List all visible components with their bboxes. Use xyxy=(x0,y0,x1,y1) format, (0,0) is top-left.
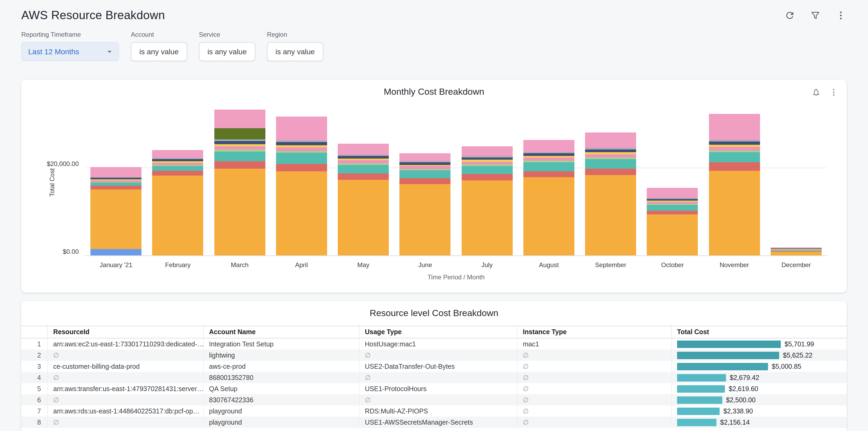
more-vert-icon[interactable] xyxy=(829,87,838,97)
cell-instance-type[interactable]: ∅ xyxy=(518,417,672,428)
cell-usage-type[interactable]: ∅ xyxy=(360,372,518,383)
cell-total-cost[interactable]: $2,338.90 xyxy=(672,405,847,417)
bar-segment-navy[interactable] xyxy=(585,150,636,152)
bar-segment-rose[interactable] xyxy=(709,114,760,140)
cell-instance-type[interactable]: ∅ xyxy=(518,405,672,417)
cell-account-name[interactable]: 830767422336 xyxy=(204,394,360,405)
cell-total-cost[interactable]: $2,500.00 xyxy=(672,394,847,405)
bar-segment-amber[interactable] xyxy=(461,180,513,255)
bar-segment-yellow[interactable] xyxy=(585,152,636,154)
filter-icon[interactable] xyxy=(809,9,821,21)
bar-segment-red[interactable] xyxy=(338,173,389,180)
cell-instance-type[interactable]: ∅ xyxy=(518,394,672,405)
bar-segment-yellow[interactable] xyxy=(338,159,389,160)
timeframe-dropdown[interactable]: Last 12 Months xyxy=(21,42,119,61)
cell-instance-type[interactable]: mac1 xyxy=(518,338,672,349)
bar-segment-rose[interactable] xyxy=(585,133,636,148)
stacked-bar[interactable] xyxy=(214,110,265,255)
cell-instance-type[interactable]: ∅ xyxy=(518,361,672,372)
bar-segment-mint[interactable] xyxy=(214,150,265,151)
bar-segment-red[interactable] xyxy=(523,171,575,177)
bar-segment-yellow[interactable] xyxy=(214,144,265,146)
cell-resource-id[interactable]: arn:aws:ec2:us-east-1:733017110293:dedic… xyxy=(48,338,204,349)
cell-usage-type[interactable]: ∅ xyxy=(360,349,518,361)
cell-instance-type[interactable]: ∅ xyxy=(518,372,672,383)
refresh-icon[interactable] xyxy=(784,9,796,21)
bar-segment-rose[interactable] xyxy=(523,140,575,152)
bar-segment-amber[interactable] xyxy=(585,175,636,255)
bar-segment-teal[interactable] xyxy=(709,152,760,162)
stacked-bar[interactable] xyxy=(400,153,451,255)
bar-segment-navy[interactable] xyxy=(461,157,513,160)
bar-segment-amber[interactable] xyxy=(771,252,822,255)
bar-segment-yellow[interactable] xyxy=(523,156,575,158)
cell-instance-type[interactable]: ∅ xyxy=(518,349,672,361)
bar-segment-pink[interactable] xyxy=(338,160,389,164)
stacked-bar[interactable] xyxy=(523,140,575,255)
cell-usage-type[interactable]: USE2-DataTransfer-Out-Bytes xyxy=(360,361,518,372)
bar-segment-amber[interactable] xyxy=(338,180,389,255)
column-header-instance-type[interactable]: Instance Type xyxy=(518,326,672,338)
bar-segment-red[interactable] xyxy=(585,168,636,175)
bar-segment-navy[interactable] xyxy=(276,142,327,145)
bar-segment-pink[interactable] xyxy=(709,147,760,151)
bar-segment-amber[interactable] xyxy=(709,171,760,255)
bar-segment-mint[interactable] xyxy=(276,151,327,153)
bar-segment-teal[interactable] xyxy=(214,151,265,161)
cell-resource-id[interactable]: ∅ xyxy=(48,349,204,361)
stacked-bar[interactable] xyxy=(709,114,760,255)
bar-segment-pink[interactable] xyxy=(647,202,698,204)
region-filter-button[interactable]: is any value xyxy=(267,42,323,61)
cell-account-name[interactable]: 868001352780 xyxy=(204,372,360,383)
cell-resource-id[interactable]: ∅ xyxy=(48,394,204,405)
bar-segment-pink[interactable] xyxy=(461,161,513,164)
stacked-bar[interactable] xyxy=(461,146,513,255)
bar-segment-amber[interactable] xyxy=(214,168,265,255)
cell-total-cost[interactable]: $2,619.60 xyxy=(672,383,847,394)
cell-resource-id[interactable]: ce-customer-billing-data-prod xyxy=(48,361,204,372)
more-vert-icon[interactable] xyxy=(835,9,847,21)
cell-total-cost[interactable]: $5,701.99 xyxy=(672,338,847,349)
service-filter-button[interactable]: is any value xyxy=(199,42,255,61)
cell-resource-id[interactable]: arn:aws:transfer:us-east-1:479370281431:… xyxy=(48,383,204,394)
bar-segment-red[interactable] xyxy=(152,171,204,176)
cell-total-cost[interactable]: $5,625.22 xyxy=(672,349,847,361)
cell-account-name[interactable]: aws-ce-prod xyxy=(204,361,360,372)
cell-total-cost[interactable]: $2,156.14 xyxy=(672,417,847,428)
bar-segment-amber[interactable] xyxy=(647,215,698,255)
bar-segment-red[interactable] xyxy=(276,164,327,171)
bar-segment-olive[interactable] xyxy=(214,128,265,140)
alert-bell-icon[interactable] xyxy=(811,87,821,97)
bar-segment-teal[interactable] xyxy=(276,153,327,164)
bar-segment-rose[interactable] xyxy=(214,110,265,128)
cell-account-name[interactable]: Integration Test Setup xyxy=(204,338,360,349)
bar-segment-mint[interactable] xyxy=(709,151,760,152)
column-header-account-name[interactable]: Account Name xyxy=(204,326,360,338)
bar-segment-amber[interactable] xyxy=(523,177,575,255)
bar-segment-rose[interactable] xyxy=(461,146,513,156)
account-filter-button[interactable]: is any value xyxy=(131,42,187,61)
cell-usage-type[interactable]: ∅ xyxy=(360,394,518,405)
cell-resource-id[interactable]: ∅ xyxy=(48,417,204,428)
bar-segment-amber[interactable] xyxy=(400,184,451,255)
bar-segment-pink[interactable] xyxy=(152,162,204,165)
bar-segment-navy[interactable] xyxy=(400,162,451,165)
bar-segment-red[interactable] xyxy=(647,211,698,215)
bar-segment-red[interactable] xyxy=(400,178,451,184)
cell-account-name[interactable]: playground xyxy=(204,417,360,428)
column-header-total-cost[interactable]: Total Cost xyxy=(672,326,847,338)
cell-account-name[interactable]: QA Setup xyxy=(204,383,360,394)
stacked-bar[interactable] xyxy=(90,167,142,255)
bar-segment-teal[interactable] xyxy=(90,183,142,186)
column-header-resource-id[interactable]: ResourceId xyxy=(48,326,204,338)
bar-segment-navy[interactable] xyxy=(709,142,760,145)
bar-segment-amber[interactable] xyxy=(152,176,204,255)
cell-total-cost[interactable]: $2,679.42 xyxy=(672,372,847,383)
bar-segment-navy[interactable] xyxy=(214,141,265,144)
cell-account-name[interactable]: playground xyxy=(204,405,360,417)
bar-segment-teal[interactable] xyxy=(152,166,204,171)
bar-segment-pink[interactable] xyxy=(585,154,636,158)
cell-total-cost[interactable]: $5,000.85 xyxy=(672,361,847,372)
bar-segment-pink[interactable] xyxy=(400,166,451,169)
bar-segment-navy[interactable] xyxy=(523,153,575,156)
